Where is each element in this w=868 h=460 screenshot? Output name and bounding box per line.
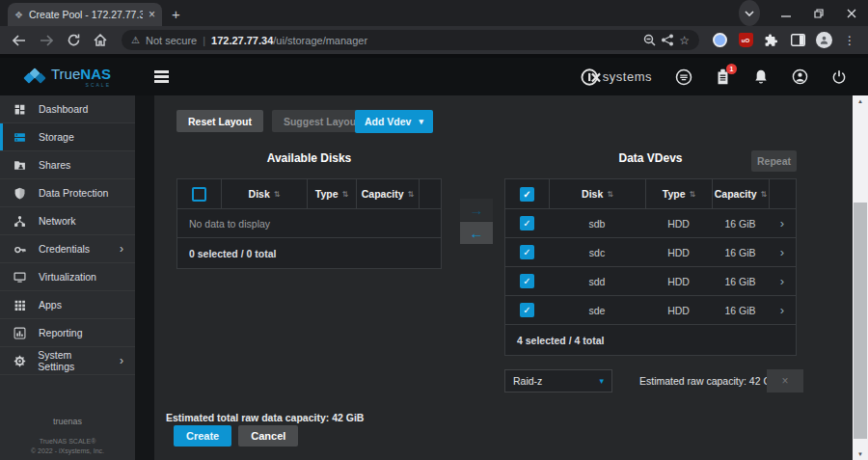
sidebar-item-dashboard[interactable]: Dashboard — [0, 95, 135, 123]
row-checkbox[interactable]: ✓ — [520, 216, 534, 230]
sidebar-item-label: Data Protection — [39, 187, 108, 199]
column-header-capacity[interactable]: Capacity⇅ — [712, 179, 769, 208]
window-minimize-button[interactable] — [770, 0, 802, 26]
browser-tab[interactable]: ❖ Create Pool - 172.27.77.34 × — [8, 3, 162, 26]
add-vdev-button[interactable]: Add Vdev ▾ — [355, 110, 433, 133]
reset-layout-button[interactable]: Reset Layout — [176, 110, 263, 132]
sidebar-item-network[interactable]: Network — [0, 207, 135, 235]
sidebar-item-credentials[interactable]: Credentials › — [0, 235, 135, 263]
jobs-icon[interactable]: 1 — [716, 68, 730, 85]
sort-icon: ⇅ — [408, 190, 415, 199]
table-row[interactable]: ✓ sdc HDD 16 GiB › — [505, 238, 796, 267]
window-restore-button[interactable] — [802, 0, 835, 26]
move-left-arrow-button[interactable]: ← — [460, 222, 493, 244]
sidebar-item-system-settings[interactable]: System Settings › — [0, 347, 135, 375]
sidebar-item-data-protection[interactable]: Data Protection — [0, 179, 135, 207]
raid-type-select[interactable]: Raid-z ▾ — [504, 369, 612, 392]
window-close-button[interactable] — [835, 0, 868, 26]
product-label: TrueNAS SCALE® — [0, 438, 135, 445]
sidebar-item-label: Virtualization — [39, 271, 96, 283]
available-disks-footer: 0 selected / 0 total — [177, 238, 441, 268]
ixsystems-word: systems — [603, 69, 652, 84]
share-icon[interactable] — [662, 34, 673, 46]
sort-icon: ⇅ — [342, 190, 349, 199]
row-expand-chevron-icon[interactable]: › — [769, 245, 796, 259]
not-secure-label[interactable]: Not secure — [146, 35, 197, 46]
sidebar-item-shares[interactable]: Shares — [0, 151, 135, 179]
repeat-button[interactable]: Repeat — [751, 150, 797, 172]
cell-type: HDD — [645, 276, 712, 287]
url-path: /ui/storage/manager — [273, 35, 367, 46]
table-row[interactable]: ✓ sde HDD 16 GiB › — [505, 296, 796, 325]
scrollbar-down-icon[interactable]: ▼ — [853, 448, 868, 460]
column-header-disk[interactable]: Disk⇅ — [549, 179, 645, 208]
key-icon — [13, 243, 27, 256]
ixsystems-logo: systems — [581, 68, 652, 87]
select-all-checkbox[interactable]: ✓ — [520, 187, 534, 202]
row-checkbox[interactable]: ✓ — [520, 274, 534, 288]
column-header-type[interactable]: Type⇅ — [307, 179, 356, 208]
not-secure-warning-icon[interactable]: ⚠ — [131, 35, 140, 45]
add-vdev-label: Add Vdev — [365, 116, 411, 127]
page-scrollbar[interactable]: ▲ ▼ — [853, 95, 868, 460]
cell-capacity: 16 GiB — [712, 218, 769, 230]
column-header-capacity[interactable]: Capacity⇅ — [356, 179, 419, 208]
cancel-button[interactable]: Cancel — [238, 425, 298, 446]
cell-capacity: 16 GiB — [712, 276, 769, 287]
ublock-extension-icon[interactable]: uO — [735, 30, 756, 51]
chevron-right-icon: › — [120, 354, 123, 367]
move-right-arrow-button[interactable]: → — [460, 199, 493, 221]
extension-icon[interactable] — [709, 30, 730, 51]
raw-capacity-label: Estimated raw capacity: 42 GiB — [639, 375, 780, 387]
select-all-checkbox[interactable] — [192, 187, 206, 202]
bookmark-star-icon[interactable]: ☆ — [679, 34, 690, 47]
sidebar-item-virtualization[interactable]: Virtualization — [0, 263, 135, 291]
create-button[interactable]: Create — [174, 425, 231, 446]
gear-icon — [13, 355, 26, 367]
notifications-bell-icon[interactable] — [753, 68, 769, 85]
row-expand-chevron-icon[interactable]: › — [769, 303, 796, 317]
raid-config-row: Raid-z ▾ Estimated raw capacity: 42 GiB … — [504, 369, 797, 392]
new-tab-button[interactable]: + — [172, 6, 180, 22]
row-expand-chevron-icon[interactable]: › — [769, 216, 796, 230]
sidebar-item-apps[interactable]: Apps — [0, 291, 135, 319]
cell-type: HDD — [645, 305, 712, 316]
scrollbar-thumb[interactable] — [854, 203, 867, 439]
profile-avatar[interactable] — [813, 30, 834, 51]
column-header-disk[interactable]: Disk⇅ — [221, 179, 307, 208]
sort-icon: ⇅ — [761, 190, 768, 199]
row-expand-chevron-icon[interactable]: › — [769, 274, 796, 288]
row-checkbox[interactable]: ✓ — [520, 303, 534, 317]
monitor-icon — [13, 271, 27, 284]
forward-icon[interactable] — [35, 29, 58, 52]
power-icon[interactable] — [831, 69, 847, 85]
raid-type-value: Raid-z — [513, 375, 542, 387]
reload-icon[interactable] — [62, 29, 85, 52]
sidebar-toggle-hamburger-icon[interactable] — [154, 70, 169, 83]
remove-vdev-button[interactable]: × — [767, 369, 803, 392]
user-account-icon[interactable] — [792, 68, 808, 85]
apps-grid-icon — [13, 299, 27, 311]
side-panel-icon[interactable] — [787, 30, 808, 51]
extensions-puzzle-icon[interactable] — [761, 30, 782, 51]
truecommand-icon[interactable] — [675, 68, 692, 86]
shield-icon — [13, 187, 27, 200]
tab-search-chevron-icon[interactable] — [739, 0, 760, 26]
home-icon[interactable] — [89, 29, 112, 52]
sidebar-item-reporting[interactable]: Reporting — [0, 319, 135, 347]
back-icon[interactable] — [8, 29, 31, 52]
zoom-icon[interactable] — [643, 34, 656, 46]
brand-nas: NAS — [80, 66, 111, 82]
table-row[interactable]: ✓ sdd HDD 16 GiB › — [505, 267, 796, 296]
url-field[interactable]: ⚠ Not secure | 172.27.77.34/ui/storage/m… — [122, 30, 699, 50]
table-row[interactable]: ✓ sdb HDD 16 GiB › — [505, 209, 796, 238]
scrollbar-up-icon[interactable]: ▲ — [853, 95, 868, 107]
truenas-logo[interactable]: TrueNAS SCALE — [0, 67, 135, 88]
sidebar-item-label: Dashboard — [39, 103, 88, 115]
chevron-right-icon: › — [120, 242, 123, 256]
tab-close-icon[interactable]: × — [149, 8, 155, 21]
row-checkbox[interactable]: ✓ — [520, 245, 534, 259]
sidebar-item-storage[interactable]: Storage — [0, 123, 135, 151]
column-header-type[interactable]: Type⇅ — [645, 179, 712, 208]
browser-menu-icon[interactable]: ⋮ — [839, 30, 860, 51]
